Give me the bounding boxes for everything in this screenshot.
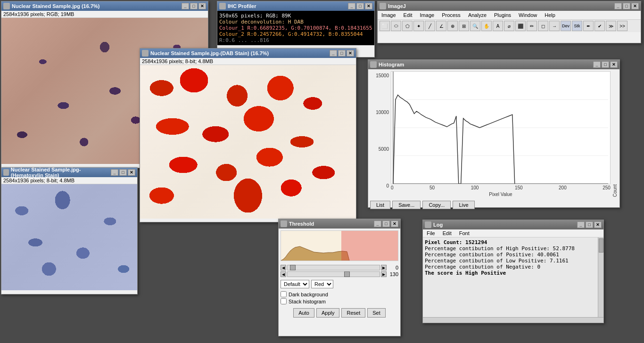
threshold-reset-btn[interactable]: Reset <box>341 308 365 318</box>
log-scrollbar[interactable] <box>598 237 603 317</box>
histogram-minimize[interactable]: _ <box>593 61 601 68</box>
menu-plugins[interactable]: Plugins <box>492 12 513 18</box>
toolbar-extra3[interactable]: ≫ <box>606 21 616 31</box>
histogram-controls[interactable]: _ □ ✕ <box>593 61 618 68</box>
threshold-auto-btn[interactable]: Auto <box>293 308 314 318</box>
histogram-live-btn[interactable]: Live <box>453 201 474 209</box>
dab-stain-maximize[interactable]: □ <box>338 50 346 57</box>
threshold-set-btn[interactable]: Set <box>367 308 386 318</box>
slider1-right-arrow[interactable]: ▶ <box>381 265 387 270</box>
menu-edit[interactable]: Edit <box>402 12 414 18</box>
threshold-maximize[interactable]: □ <box>382 220 390 227</box>
ihc-profiler-maximize[interactable]: □ <box>356 3 364 9</box>
toolbar-roi[interactable]: ⊞ <box>459 21 469 31</box>
imagej-maximize[interactable]: □ <box>623 3 630 9</box>
toolbar-zoom[interactable]: 🔍 <box>470 21 480 31</box>
histogram-buttons: List Save... Copy... Live <box>368 199 619 211</box>
threshold-color-select[interactable]: Red <box>311 280 333 288</box>
histogram-close[interactable]: ✕ <box>610 61 618 68</box>
nuclear-main-maximize[interactable]: □ <box>190 3 198 9</box>
toolbar-line[interactable]: ╱ <box>425 21 435 31</box>
toolbar-dev[interactable]: Dev <box>561 21 571 31</box>
histogram-list-btn[interactable]: List <box>370 201 390 209</box>
threshold-apply-btn[interactable]: Apply <box>316 308 340 318</box>
slider2-track[interactable] <box>287 271 380 277</box>
y-label-low: 5000 <box>379 147 389 152</box>
dab-stain-controls[interactable]: _ □ ✕ <box>330 50 354 57</box>
histogram-save-btn[interactable]: Save... <box>392 201 421 209</box>
log-close[interactable]: ✕ <box>594 221 602 228</box>
toolbar-rect[interactable]: ⬜ <box>380 21 390 31</box>
slider2-thumb[interactable] <box>344 271 350 277</box>
threshold-sliders: ◀ ▶ 0 ◀ ▶ 130 <box>279 263 400 279</box>
imagej-close[interactable]: ✕ <box>631 3 639 9</box>
dab-stain-close[interactable]: ✕ <box>347 50 354 57</box>
slider2-left-arrow[interactable]: ◀ <box>281 271 286 277</box>
menu-window[interactable]: Window <box>517 12 539 18</box>
ihc-profiler-minimize[interactable]: _ <box>348 3 355 9</box>
toolbar-stk[interactable]: Stk <box>572 21 582 31</box>
ihc-profiler-close[interactable]: ✕ <box>365 3 372 9</box>
slider1-thumb[interactable] <box>290 265 296 270</box>
log-title: Log <box>433 222 443 228</box>
hema-stain-controls[interactable]: _ □ ✕ <box>111 169 135 176</box>
toolbar-extra1[interactable]: ✒ <box>583 21 594 31</box>
toolbar-angle[interactable]: ∠ <box>436 21 446 31</box>
toolbar-poly[interactable]: ⬠ <box>402 21 413 31</box>
hema-stain-close[interactable]: ✕ <box>128 169 135 176</box>
toolbar-extra2[interactable]: ✔ <box>594 21 605 31</box>
menu-analyze[interactable]: Analyze <box>466 12 488 18</box>
dab-stain-minimize[interactable]: _ <box>330 50 337 57</box>
log-menu-file[interactable]: File <box>425 230 437 237</box>
toolbar-oval[interactable]: ⬭ <box>391 21 401 31</box>
nuclear-main-minimize[interactable]: _ <box>182 3 189 9</box>
log-menu-font[interactable]: Font <box>457 230 471 237</box>
menu-image2[interactable]: Image <box>418 12 437 18</box>
toolbar-text[interactable]: A <box>493 21 503 31</box>
histogram-copy-btn[interactable]: Copy... <box>422 201 451 209</box>
imagej-controls[interactable]: _ □ ✕ <box>614 3 639 9</box>
log-controls[interactable]: _ □ ✕ <box>577 221 602 228</box>
menu-image[interactable]: Image <box>380 12 398 18</box>
nuclear-main-title: Nuclear Stained Sample.jpg (16.7%) <box>12 3 99 9</box>
toolbar-wand[interactable]: ✦ <box>413 21 424 31</box>
toolbar-arrow[interactable]: → <box>549 21 560 31</box>
log-scroll-thumb[interactable] <box>599 238 603 253</box>
ihc-profiler-controls[interactable]: _ □ ✕ <box>348 3 372 9</box>
log-maximize[interactable]: □ <box>586 221 593 228</box>
log-hscrollbar[interactable] <box>423 317 603 323</box>
dab-stain-image <box>140 65 356 219</box>
hema-stain-maximize[interactable]: □ <box>119 169 127 176</box>
imagej-minimize[interactable]: _ <box>614 3 622 9</box>
threshold-minimize[interactable]: _ <box>374 220 381 227</box>
slider2-right-arrow[interactable]: ▶ <box>381 271 387 277</box>
hema-stain-minimize[interactable]: _ <box>111 169 118 176</box>
nuclear-main-close[interactable]: ✕ <box>198 3 206 9</box>
toolbar-hand[interactable]: ✋ <box>481 21 492 31</box>
nuclear-main-controls[interactable]: _ □ ✕ <box>182 3 206 9</box>
log-menubar: File Edit Font <box>423 229 603 237</box>
toolbar-point[interactable]: ⊕ <box>447 21 458 31</box>
threshold-controls[interactable]: _ □ ✕ <box>374 220 398 227</box>
toolbar-eraser[interactable]: ◻ <box>538 21 548 31</box>
menu-process[interactable]: Process <box>440 12 462 18</box>
dark-background-checkbox[interactable] <box>281 291 287 297</box>
slider1-track[interactable] <box>287 265 380 270</box>
toolbar-pencil[interactable]: ✏ <box>527 21 537 31</box>
log-minimize[interactable]: _ <box>577 221 585 228</box>
dab-stain-window: Nuclear Stained Sample.jpg-(DAB Stain) (… <box>140 48 356 222</box>
toolbar-brush[interactable]: ⬛ <box>515 21 526 31</box>
histogram-maximize[interactable]: □ <box>602 61 609 68</box>
threshold-method-select[interactable]: Default <box>281 280 309 288</box>
nuclear-main-info: 2584x1936 pixels; RGB; 19MB <box>1 11 208 18</box>
histogram-chart-area: 0 50 100 150 200 250 Pixel Value <box>391 71 611 197</box>
stack-histogram-checkbox[interactable] <box>281 298 287 304</box>
toolbar-mag[interactable]: ⌀ <box>504 21 514 31</box>
toolbar-extra4[interactable]: >> <box>617 21 627 31</box>
slider1-left-arrow[interactable]: ◀ <box>281 265 286 270</box>
menu-help[interactable]: Help <box>543 12 557 18</box>
imagej-toolbar: ⬜ ⬭ ⬠ ✦ ╱ ∠ ⊕ ⊞ 🔍 ✋ A ⌀ ⬛ ✏ ◻ → Dev Stk … <box>378 20 641 32</box>
log-menu-edit[interactable]: Edit <box>441 230 454 237</box>
slider2-value: 130 <box>387 271 398 277</box>
threshold-close[interactable]: ✕ <box>391 220 398 227</box>
